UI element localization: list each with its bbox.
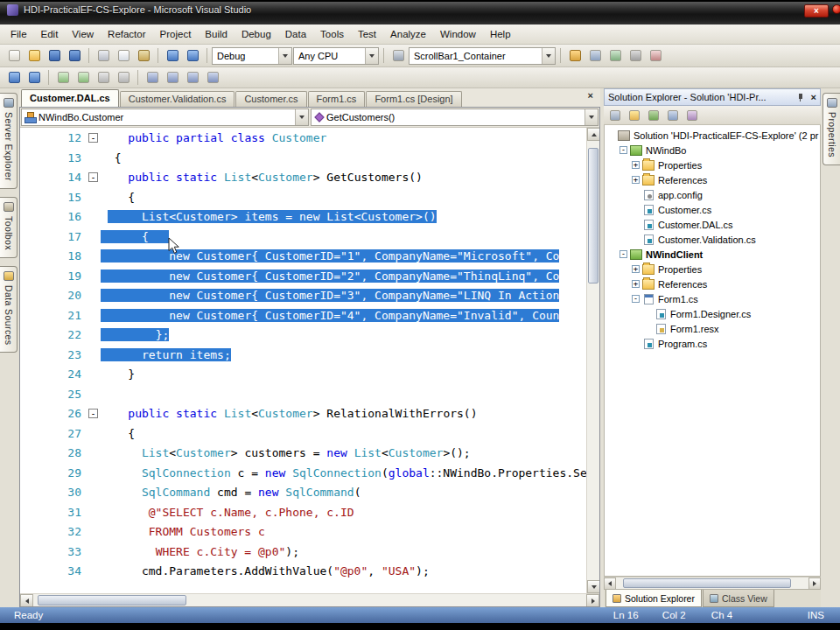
tab-form1-cs[interactable]: Form1.cs — [308, 91, 366, 107]
menu-item-window[interactable]: Window — [433, 26, 483, 42]
menu-item-test[interactable]: Test — [351, 26, 383, 42]
object-browser-icon[interactable] — [606, 47, 625, 65]
collapse-icon[interactable]: - — [632, 295, 640, 303]
tree-item-references[interactable]: +References — [605, 172, 820, 187]
navigate-back-icon[interactable] — [4, 69, 24, 87]
menu-item-file[interactable]: File — [4, 26, 34, 42]
tree-item-form1-cs[interactable]: -Form1.cs — [605, 291, 820, 306]
chevron-down-icon[interactable] — [278, 48, 291, 64]
menu-item-analyze[interactable]: Analyze — [383, 26, 433, 42]
tree-item-references[interactable]: +References — [605, 276, 820, 291]
redo-icon[interactable] — [183, 47, 202, 65]
find-combo[interactable]: ScrollBar1_Container — [409, 47, 556, 65]
scroll-left-button[interactable] — [604, 578, 616, 590]
tree-item-form1-designer-cs[interactable]: Form1.Designer.cs — [605, 306, 820, 321]
expand-icon[interactable]: + — [632, 280, 640, 288]
horizontal-scroll-track[interactable] — [616, 578, 808, 589]
paste-icon[interactable] — [134, 47, 153, 65]
tree-item-properties[interactable]: +Properties — [605, 262, 820, 276]
sidebar-tab-toolbox[interactable]: Toolbox — [0, 197, 18, 258]
show-all-files-icon[interactable] — [626, 108, 643, 123]
solution-explorer-header[interactable]: Solution Explorer - Solution 'HDI-Pr... … — [604, 88, 821, 106]
types-dropdown[interactable]: NWindBo.Customer — [21, 108, 309, 126]
horizontal-scroll-thumb[interactable] — [38, 595, 186, 606]
menu-item-project[interactable]: Project — [153, 26, 199, 42]
code-lines[interactable]: 12- public partial class Customer13 {14-… — [20, 128, 586, 593]
bookmarks-clear-icon[interactable] — [203, 69, 222, 87]
vertical-scroll-thumb[interactable] — [588, 148, 598, 284]
menu-item-data[interactable]: Data — [278, 26, 313, 42]
collapse-icon[interactable]: - — [620, 250, 627, 258]
save-all-icon[interactable] — [65, 47, 84, 65]
copy-icon[interactable] — [114, 47, 133, 65]
pin-icon[interactable] — [796, 93, 805, 102]
view-code-icon[interactable] — [664, 108, 682, 123]
solution-explorer-icon[interactable] — [565, 47, 584, 65]
scroll-left-button[interactable] — [20, 594, 33, 607]
save-icon[interactable] — [45, 47, 64, 65]
expand-icon[interactable]: + — [632, 176, 640, 184]
menu-item-help[interactable]: Help — [483, 26, 518, 42]
tree-item-properties[interactable]: +Properties — [605, 158, 820, 172]
tab-customer-cs[interactable]: Customer.cs — [235, 91, 306, 107]
uncomment-icon[interactable] — [74, 69, 93, 87]
scroll-down-button[interactable] — [587, 580, 599, 593]
properties-icon[interactable] — [606, 108, 624, 123]
tree-item-customer-validation-cs[interactable]: Customer.Validation.cs — [605, 232, 820, 247]
expand-icon[interactable]: + — [632, 161, 640, 169]
properties-window-icon[interactable] — [585, 47, 605, 65]
start-page-icon[interactable] — [646, 47, 665, 65]
menu-item-build[interactable]: Build — [198, 26, 234, 42]
toolbox-icon[interactable] — [626, 47, 645, 65]
menu-item-debug[interactable]: Debug — [234, 26, 278, 42]
scroll-up-button[interactable] — [587, 128, 599, 141]
collapse-region-icon[interactable]: - — [88, 409, 98, 418]
cut-icon[interactable] — [94, 47, 113, 65]
menu-item-tools[interactable]: Tools — [313, 26, 351, 42]
close-document-icon[interactable]: × — [588, 91, 593, 100]
menu-item-refactor[interactable]: Refactor — [101, 26, 152, 42]
tab-customer-dal-cs[interactable]: Customer.DAL.cs — [21, 89, 119, 107]
close-button[interactable]: × — [804, 4, 829, 18]
bookmark-next-icon[interactable] — [183, 69, 202, 87]
chevron-down-icon[interactable] — [295, 109, 308, 125]
comment-icon[interactable] — [53, 69, 73, 87]
chevron-down-icon[interactable] — [365, 48, 378, 64]
solution-configurations-combo[interactable]: Debug — [212, 47, 292, 65]
solution-platforms-combo[interactable]: Any CPU — [293, 47, 379, 65]
tree-item-form1-resx[interactable]: Form1.resx — [605, 321, 820, 336]
panel-horizontal-scrollbar[interactable] — [604, 577, 821, 589]
refresh-icon[interactable] — [645, 108, 662, 123]
indent-decrease-icon[interactable] — [94, 69, 113, 87]
navigate-forward-icon[interactable] — [24, 69, 44, 87]
collapse-region-icon[interactable]: - — [88, 133, 98, 143]
scroll-right-button[interactable] — [808, 578, 821, 590]
menu-item-view[interactable]: View — [65, 26, 101, 42]
tree-item-customer-dal-cs[interactable]: Customer.DAL.cs — [605, 217, 820, 232]
tab-customer-validation-cs[interactable]: Customer.Validation.cs — [120, 91, 235, 107]
tree-item-nwindbo[interactable]: -NWindBo — [605, 143, 820, 158]
undo-icon[interactable] — [163, 47, 182, 65]
panel-close-icon[interactable]: × — [811, 93, 816, 102]
indent-increase-icon[interactable] — [114, 69, 133, 87]
active-files-chevron-icon[interactable] — [576, 88, 581, 103]
bookmark-previous-icon[interactable] — [163, 69, 182, 87]
sidebar-tab-data-sources[interactable]: Data Sources — [0, 266, 18, 353]
horizontal-scroll-track[interactable] — [33, 594, 586, 606]
sidebar-tab-server-explorer[interactable]: Server Explorer — [0, 93, 18, 189]
title-bar[interactable]: HDI-PracticalEF-CS-Explore - Microsoft V… — [0, 2, 840, 24]
vertical-scroll-track[interactable] — [587, 141, 599, 580]
chevron-down-icon[interactable] — [542, 48, 555, 64]
open-file-icon[interactable] — [24, 47, 44, 65]
editor-vertical-scrollbar[interactable] — [586, 128, 599, 593]
collapse-region-icon[interactable]: - — [88, 172, 98, 182]
panel-tab-class-view[interactable]: Class View — [703, 590, 774, 607]
menu-item-edit[interactable]: Edit — [34, 26, 66, 42]
editor-horizontal-scrollbar[interactable] — [20, 593, 599, 606]
tree-item-solution-hdi-practicalef-cs-explore-2-pr[interactable]: Solution 'HDI-PracticalEF-CS-Explore' (2… — [605, 128, 820, 143]
tree-item-app-config[interactable]: app.config — [605, 187, 820, 202]
find-icon[interactable] — [388, 47, 408, 65]
add-item-icon[interactable] — [4, 47, 24, 65]
tree-item-program-cs[interactable]: Program.cs — [605, 336, 820, 351]
expand-icon[interactable]: + — [632, 265, 640, 273]
